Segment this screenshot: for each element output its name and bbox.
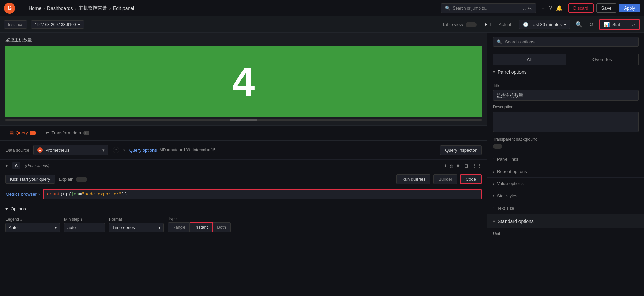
type-range-button[interactable]: Range: [168, 222, 190, 232]
panel-links-label: Panel links: [497, 157, 518, 162]
zoom-out-button[interactable]: 🔍: [574, 20, 584, 29]
kick-start-button[interactable]: Kick start your query: [5, 175, 55, 184]
query-collapse-icon[interactable]: ▾: [5, 163, 8, 168]
repeat-options-row[interactable]: › Repeat options: [487, 165, 644, 178]
value-options-row[interactable]: › Value options: [487, 178, 644, 190]
explain-toggle: Explain: [59, 177, 87, 182]
tab-all[interactable]: All: [493, 54, 566, 65]
query-input-field[interactable]: count(up{job="node_exporter"}): [43, 189, 482, 199]
description-textarea[interactable]: [493, 112, 639, 132]
text-size-chevron: ›: [493, 206, 494, 211]
panel-type-label: Stat: [612, 22, 620, 27]
metrics-browser-link[interactable]: Metrics browser ›: [5, 192, 40, 197]
datasource-selector[interactable]: ● Prometheus ▾: [33, 145, 108, 155]
panel-links-row[interactable]: › Panel links: [487, 153, 644, 165]
code-button[interactable]: Code: [460, 174, 482, 184]
query-eq: =: [79, 192, 82, 197]
app-logo: G: [4, 3, 15, 14]
type-label: Type: [168, 216, 482, 221]
query-section: ▤ Query 1 ⇌ Transform data 0 Data source…: [0, 126, 487, 296]
right-panel-content: ▾ Panel options Title Description Transp…: [487, 65, 644, 296]
query-options-chevron[interactable]: ›: [123, 147, 125, 153]
datasource-info-icon[interactable]: ?: [113, 147, 119, 153]
text-size-row[interactable]: › Text size: [487, 202, 644, 214]
fill-button[interactable]: Fill: [481, 20, 495, 29]
plus-icon[interactable]: +: [542, 5, 545, 11]
tab-overrides[interactable]: Overrides: [566, 54, 639, 65]
query-eye-icon[interactable]: 👁: [456, 163, 460, 168]
query-tab-icon: ▤: [10, 130, 14, 135]
options-header-label: Options: [11, 206, 26, 211]
notification-icon[interactable]: 🔔: [556, 5, 563, 11]
query-inspector-button[interactable]: Query inspector: [440, 145, 482, 155]
description-field-label: Description: [493, 105, 639, 109]
query-mode-buttons: Run queries Builder Code: [396, 174, 482, 184]
type-both-button[interactable]: Both: [213, 222, 231, 232]
stat-styles-row[interactable]: › Stat styles: [487, 190, 644, 202]
apply-button[interactable]: Apply: [619, 4, 640, 12]
legend-selector[interactable]: Auto ▾: [5, 223, 60, 232]
type-instant-button[interactable]: Instant: [190, 222, 213, 232]
tab-transform[interactable]: ⇌ Transform data 0: [42, 127, 94, 139]
format-group: Format Time series ▾: [109, 217, 164, 232]
transform-tab-badge: 0: [83, 131, 89, 135]
query-drag-icon[interactable]: ⋮⋮: [472, 163, 482, 168]
breadcrumb-sep1: ›: [43, 5, 45, 11]
actual-button[interactable]: Actual: [495, 20, 515, 29]
format-selector[interactable]: Time series ▾: [109, 223, 164, 232]
options-collapse-header[interactable]: ▾ Options: [5, 204, 482, 213]
right-panel: 🔍 Search options All Overrides ▾ Panel o…: [487, 33, 644, 296]
nav-actions: Discard Save Apply: [568, 3, 640, 13]
time-range-picker[interactable]: 🕐 Last 30 minutes ▾: [519, 20, 570, 29]
instance-selector[interactable]: 192.168.209.133:9100 ▾: [31, 20, 84, 29]
query-section-tabs: ▤ Query 1 ⇌ Transform data 0: [0, 126, 487, 141]
left-panel: 监控主机数量 4 ▤ Query 1 ⇌ Transform data: [0, 33, 487, 296]
help-icon[interactable]: ?: [549, 5, 552, 11]
standard-options-header[interactable]: ▾ Standard options: [487, 214, 644, 228]
time-range-chevron: ▾: [564, 22, 566, 27]
query-info-icon[interactable]: ℹ: [444, 163, 446, 168]
global-search[interactable]: 🔍 Search or jump to... ctrl+k: [441, 3, 536, 13]
panel-options-header[interactable]: ▾ Panel options: [487, 65, 644, 79]
discard-button[interactable]: Discard: [568, 3, 594, 13]
time-range-value: Last 30 minutes: [530, 22, 562, 27]
run-queries-button[interactable]: Run queries: [396, 174, 430, 184]
preview-scrollbar[interactable]: [5, 119, 482, 121]
query-tab-badge: 1: [30, 131, 36, 135]
min-step-input[interactable]: auto: [64, 223, 105, 232]
query-copy-icon[interactable]: ⎘: [450, 163, 452, 168]
metrics-query-row: Metrics browser › count(up{job="node_exp…: [0, 187, 487, 202]
title-input[interactable]: [493, 90, 639, 101]
hamburger-menu[interactable]: ☰: [18, 3, 26, 13]
options-search[interactable]: 🔍 Search options: [493, 37, 639, 47]
datasource-value: Prometheus: [45, 148, 69, 153]
tab-query[interactable]: ▤ Query 1: [5, 127, 40, 139]
table-view-switch[interactable]: [466, 22, 477, 27]
search-icon: 🔍: [445, 6, 450, 11]
panel-type-selector[interactable]: 📊 Stat ‹ ›: [599, 19, 640, 30]
explain-switch[interactable]: [76, 177, 87, 182]
refresh-button[interactable]: ↻: [588, 20, 595, 29]
min-step-group: Min step ℹ auto: [64, 217, 105, 232]
query-metric: up: [63, 192, 69, 197]
format-label: Format: [109, 217, 164, 222]
query-options-label[interactable]: Query options: [129, 148, 157, 153]
datasource-label: Data source: [5, 148, 29, 153]
breadcrumb-dashboard[interactable]: 主机监控告警: [78, 5, 107, 11]
query-delete-icon[interactable]: 🗑: [464, 163, 469, 168]
panel-options-chevron: ▾: [493, 70, 495, 74]
save-button[interactable]: Save: [596, 3, 617, 13]
query-fn: count: [47, 192, 60, 197]
min-step-info-icon[interactable]: ℹ: [81, 217, 82, 222]
search-shortcut: ctrl+k: [523, 6, 532, 10]
options-collapse-icon: ▾: [5, 206, 8, 211]
query-source-label: (Prometheus): [25, 163, 49, 168]
query-close-paren: ): [124, 192, 127, 197]
breadcrumb-dashboards[interactable]: Dashboards: [47, 5, 73, 11]
options-section: ▾ Options Legend ℹ Auto ▾: [0, 202, 487, 238]
datasource-row: Data source ● Prometheus ▾ ? › Query opt…: [0, 141, 487, 160]
builder-button[interactable]: Builder: [433, 174, 457, 184]
transparent-bg-switch[interactable]: [493, 144, 502, 149]
breadcrumb-home[interactable]: Home: [29, 5, 41, 11]
legend-info-icon[interactable]: ℹ: [20, 217, 22, 222]
